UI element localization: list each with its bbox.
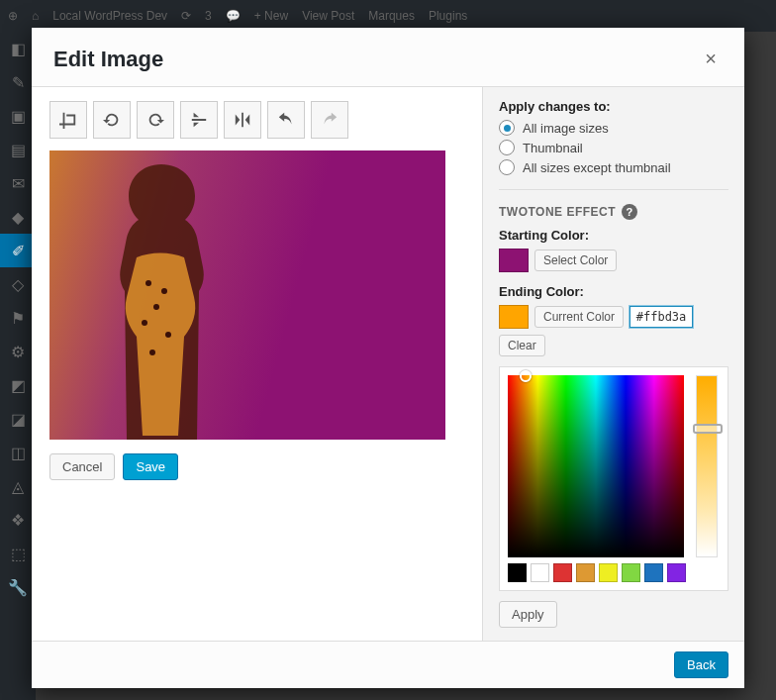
admin-sidebar: ◧ ✎ ▣ ▤ ✉ ◆ ✐ ◇ ⚑ ⚙ ◩ ◪ ◫ ◬ ❖ ⬚ 🔧 bbox=[0, 32, 36, 700]
radio-thumbnail[interactable]: Thumbnail bbox=[499, 140, 728, 155]
comments-icon[interactable]: 💬 bbox=[226, 9, 241, 23]
sv-thumb[interactable] bbox=[520, 370, 532, 382]
image-toolbar bbox=[49, 101, 464, 139]
preset-swatch[interactable] bbox=[508, 563, 527, 582]
preview-figure bbox=[107, 164, 216, 440]
site-home-icon[interactable]: ⌂ bbox=[32, 9, 39, 23]
sidebar-item[interactable]: ⚑ bbox=[0, 301, 36, 335]
radio-all-label: All image sizes bbox=[523, 121, 609, 136]
site-name[interactable]: Local WordPress Dev bbox=[52, 9, 167, 23]
ending-color-hex-input[interactable] bbox=[630, 306, 693, 328]
select-starting-color-button[interactable]: Select Color bbox=[534, 250, 617, 271]
preset-swatch[interactable] bbox=[622, 563, 640, 582]
plugins-link[interactable]: Plugins bbox=[429, 9, 467, 23]
preset-swatch[interactable] bbox=[553, 563, 572, 582]
preset-swatch-row bbox=[508, 563, 686, 582]
sidebar-item[interactable]: ◬ bbox=[0, 469, 36, 503]
sidebar-item[interactable]: ◆ bbox=[0, 200, 36, 234]
divider bbox=[499, 189, 728, 190]
updates-icon[interactable]: ⟳ bbox=[181, 9, 191, 23]
svg-point-1 bbox=[161, 288, 167, 294]
modal-header: Edit Image × bbox=[32, 28, 744, 87]
sidebar-item[interactable]: ❖ bbox=[0, 503, 36, 537]
radio-thumb-label: Thumbnail bbox=[523, 141, 583, 155]
ending-color-swatch[interactable] bbox=[499, 305, 529, 329]
sidebar-pages-icon[interactable]: ▤ bbox=[0, 133, 36, 166]
starting-color-swatch[interactable] bbox=[499, 249, 529, 272]
flip-horizontal-icon[interactable] bbox=[224, 101, 261, 139]
sidebar-comments-icon[interactable]: ✉ bbox=[0, 166, 36, 200]
preset-swatch[interactable] bbox=[599, 563, 618, 582]
sidebar-item[interactable]: ◪ bbox=[0, 402, 36, 436]
hue-thumb[interactable] bbox=[693, 424, 723, 434]
preset-swatch[interactable] bbox=[576, 563, 595, 582]
modal-footer: Back bbox=[32, 641, 744, 688]
sidebar-item[interactable]: ⚙ bbox=[0, 335, 36, 368]
crop-icon[interactable] bbox=[49, 101, 87, 139]
flip-vertical-icon[interactable] bbox=[180, 101, 218, 139]
sidebar-item[interactable]: ◫ bbox=[0, 436, 36, 469]
rotate-cw-icon[interactable] bbox=[137, 101, 174, 139]
preset-swatch[interactable] bbox=[667, 563, 686, 582]
new-link[interactable]: + New bbox=[254, 9, 288, 23]
cancel-button[interactable]: Cancel bbox=[49, 453, 115, 480]
hue-slider[interactable] bbox=[696, 375, 718, 557]
preset-swatch[interactable] bbox=[531, 563, 549, 582]
current-ending-color-button[interactable]: Current Color bbox=[534, 306, 624, 328]
undo-icon[interactable] bbox=[267, 101, 305, 139]
wp-logo-icon[interactable]: ⊕ bbox=[8, 9, 18, 23]
user-name[interactable]: Marques bbox=[368, 9, 415, 23]
svg-point-4 bbox=[165, 332, 171, 338]
sidebar-item[interactable]: ◩ bbox=[0, 368, 36, 402]
starting-color-row: Select Color bbox=[499, 249, 728, 272]
modal-body: Cancel Save Apply changes to: All image … bbox=[32, 87, 744, 641]
svg-point-2 bbox=[153, 304, 159, 310]
color-picker bbox=[499, 366, 728, 591]
edit-canvas-pane: Cancel Save bbox=[32, 87, 483, 641]
redo-icon bbox=[311, 101, 348, 139]
svg-point-3 bbox=[142, 320, 147, 326]
apply-button[interactable]: Apply bbox=[499, 601, 557, 628]
view-post-link[interactable]: View Post bbox=[302, 9, 354, 23]
modal-title: Edit Image bbox=[53, 47, 163, 72]
back-button[interactable]: Back bbox=[674, 651, 728, 678]
saturation-value-field[interactable] bbox=[508, 375, 684, 557]
radio-except-label: All sizes except thumbnail bbox=[523, 160, 671, 175]
ending-color-label: Ending Color: bbox=[499, 284, 728, 299]
sidebar-appearance-icon[interactable]: ✐ bbox=[0, 234, 36, 267]
updates-count[interactable]: 3 bbox=[205, 9, 212, 23]
save-button[interactable]: Save bbox=[123, 453, 178, 480]
rotate-ccw-icon[interactable] bbox=[93, 101, 131, 139]
twotone-title: TWOTONE EFFECT bbox=[499, 205, 616, 219]
sidebar-item[interactable]: ◇ bbox=[0, 267, 36, 301]
radio-all-sizes[interactable]: All image sizes bbox=[499, 120, 728, 136]
sidebar-tools-icon[interactable]: 🔧 bbox=[0, 570, 36, 604]
svg-point-5 bbox=[149, 350, 155, 355]
sidebar-media-icon[interactable]: ▣ bbox=[0, 99, 36, 133]
apply-changes-label: Apply changes to: bbox=[499, 99, 728, 114]
sidebar-dashboard-icon[interactable]: ◧ bbox=[0, 32, 36, 65]
help-icon[interactable]: ? bbox=[622, 204, 637, 220]
image-preview[interactable] bbox=[49, 150, 445, 440]
sidebar-posts-icon[interactable]: ✎ bbox=[0, 65, 36, 99]
clear-color-button[interactable]: Clear bbox=[499, 335, 545, 356]
twotone-title-row: TWOTONE EFFECT ? bbox=[499, 204, 728, 220]
sidebar-item[interactable]: ⬚ bbox=[0, 537, 36, 570]
svg-point-0 bbox=[146, 280, 151, 286]
radio-icon bbox=[499, 140, 515, 155]
edit-image-modal: Edit Image × bbox=[32, 28, 744, 688]
radio-icon bbox=[499, 159, 515, 175]
preset-swatch[interactable] bbox=[644, 563, 663, 582]
close-icon[interactable]: × bbox=[699, 44, 723, 74]
settings-pane: Apply changes to: All image sizes Thumbn… bbox=[483, 87, 744, 641]
canvas-actions: Cancel Save bbox=[49, 453, 464, 480]
starting-color-label: Starting Color: bbox=[499, 228, 728, 243]
radio-except-thumbnail[interactable]: All sizes except thumbnail bbox=[499, 159, 728, 175]
radio-icon bbox=[499, 120, 515, 136]
ending-color-row: Current Color Clear bbox=[499, 305, 728, 356]
